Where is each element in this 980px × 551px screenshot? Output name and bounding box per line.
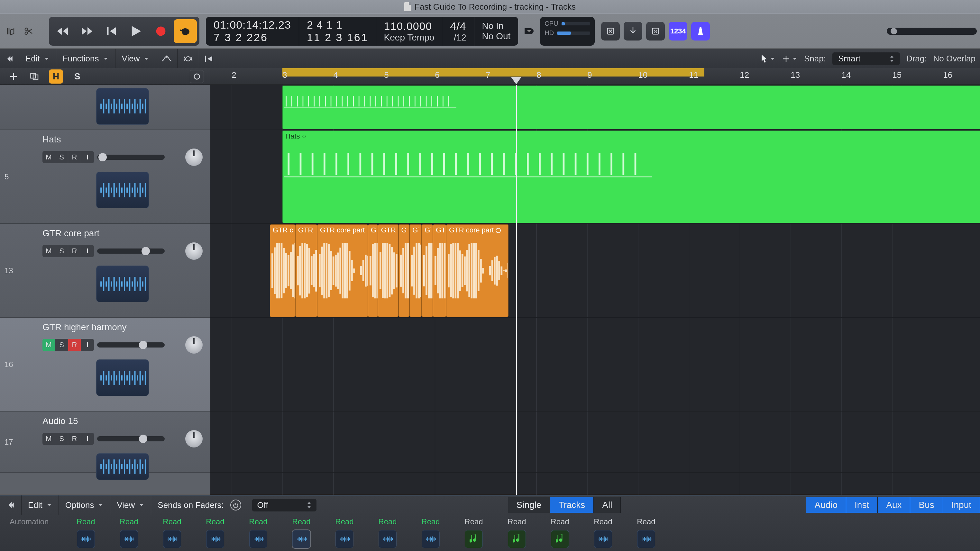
solo-button[interactable]: S: [55, 339, 68, 351]
pan-knob[interactable]: [185, 430, 203, 448]
mixer-filter-tab[interactable]: Input: [943, 497, 980, 513]
automation-mode[interactable]: Read: [249, 517, 267, 526]
audio-icon[interactable]: [594, 530, 612, 548]
automation-mode[interactable]: Read: [163, 517, 181, 526]
low-latency-button[interactable]: [624, 22, 642, 41]
tempo-mode[interactable]: Keep Tempo: [384, 32, 434, 43]
volume-slider[interactable]: [97, 342, 165, 348]
sends-select[interactable]: Off: [252, 499, 317, 511]
snap-value-select[interactable]: Smart: [832, 52, 900, 65]
automation-mode[interactable]: Read: [206, 517, 224, 526]
pointer-tool[interactable]: [760, 52, 776, 65]
automation-mode[interactable]: Read: [550, 517, 569, 526]
channel-strip[interactable]: Read: [625, 516, 668, 548]
record-enable-button[interactable]: R: [68, 245, 81, 257]
audio-region[interactable]: GTR co: [433, 224, 446, 317]
audio-region[interactable]: GTR core part: [446, 224, 509, 317]
track-name[interactable]: Hats: [43, 134, 203, 144]
automation-mode[interactable]: Read: [422, 517, 440, 526]
scissors-icon[interactable]: [21, 22, 36, 41]
track-header[interactable]: [0, 85, 210, 130]
mixer-view-tab[interactable]: Single: [508, 497, 550, 513]
play-button[interactable]: [125, 19, 148, 43]
channel-strip[interactable]: Read: [538, 516, 582, 548]
automation-curve-icon[interactable]: [156, 49, 178, 68]
tempo-value[interactable]: 110.0000: [384, 20, 434, 32]
channel-strip[interactable]: Read: [151, 516, 194, 548]
audio-icon[interactable]: [249, 530, 267, 548]
solo-button[interactable]: S: [55, 151, 68, 163]
master-volume-slider[interactable]: [887, 28, 977, 35]
count-in-button[interactable]: 1234: [669, 22, 687, 41]
global-rec-button[interactable]: [190, 70, 204, 83]
midi-in[interactable]: No In: [482, 21, 511, 31]
mixer-filter-tab[interactable]: Audio: [806, 497, 846, 513]
view-menu[interactable]: View: [116, 49, 156, 68]
back-hierarchy-button[interactable]: [0, 49, 19, 68]
pan-knob[interactable]: [185, 336, 203, 354]
mixer-filter-tab[interactable]: Aux: [878, 497, 910, 513]
go-to-start-button[interactable]: [100, 19, 124, 43]
audio-region[interactable]: GTR c: [409, 224, 422, 317]
volume-slider[interactable]: [97, 155, 165, 160]
add-track-button[interactable]: [6, 70, 21, 84]
audio-icon[interactable]: [422, 530, 440, 548]
midi-icon[interactable]: [508, 530, 526, 548]
track-name[interactable]: GTR core part: [43, 228, 203, 238]
playhead[interactable]: [516, 85, 517, 495]
track-header[interactable]: 5Hats M S R I: [0, 130, 210, 224]
track-icon[interactable]: [96, 88, 149, 125]
solo-button[interactable]: S: [55, 433, 68, 445]
record-enable-button[interactable]: R: [68, 433, 81, 445]
channel-strip[interactable]: Read: [107, 516, 151, 548]
channel-strip[interactable]: Read: [452, 516, 495, 548]
audio-icon[interactable]: [336, 530, 353, 548]
audio-icon[interactable]: [120, 530, 138, 548]
track-icon[interactable]: [96, 359, 149, 396]
audio-region[interactable]: GTR core p: [378, 224, 398, 317]
mixer-view-menu[interactable]: View: [110, 495, 151, 514]
alt-tool[interactable]: [782, 52, 798, 65]
beats-secondary[interactable]: 11 2 3 161: [307, 31, 368, 44]
channel-strip[interactable]: Read: [582, 516, 625, 548]
record-enable-button[interactable]: R: [68, 339, 81, 351]
mute-button[interactable]: M: [43, 151, 55, 163]
track-icon[interactable]: [96, 171, 149, 208]
audio-icon[interactable]: [637, 530, 655, 548]
track-icon[interactable]: [96, 265, 149, 302]
audio-region[interactable]: GTR core part: [270, 224, 295, 317]
rewind-button[interactable]: [51, 19, 75, 43]
mixer-back-button[interactable]: [0, 495, 22, 514]
solo-mode-button[interactable]: S: [646, 22, 665, 41]
channel-strip[interactable]: Read: [194, 516, 237, 548]
input-monitor-button[interactable]: I: [81, 245, 94, 257]
audio-region[interactable]: GTR: [422, 224, 433, 317]
forward-button[interactable]: [76, 19, 99, 43]
track-header[interactable]: 16GTR higher harmony M S R I: [0, 318, 210, 411]
record-enable-button[interactable]: R: [68, 151, 81, 163]
mixer-filter-tab[interactable]: Bus: [910, 497, 943, 513]
lcd-customize-dropdown[interactable]: [525, 28, 534, 34]
audio-icon[interactable]: [292, 530, 310, 548]
metronome-button[interactable]: [691, 22, 710, 41]
volume-slider[interactable]: [97, 248, 165, 254]
audio-icon[interactable]: [77, 530, 95, 548]
automation-mode[interactable]: Read: [594, 517, 612, 526]
audio-icon[interactable]: [206, 530, 224, 548]
automation-mode[interactable]: Read: [76, 517, 95, 526]
playhead-handle[interactable]: [511, 77, 521, 84]
mixer-options-menu[interactable]: Options: [59, 495, 111, 514]
automation-mode[interactable]: Read: [335, 517, 353, 526]
track-name[interactable]: Audio 15: [43, 416, 203, 426]
channel-strip[interactable]: Read: [237, 516, 280, 548]
track-lane[interactable]: [210, 411, 980, 473]
automation-mode[interactable]: Read: [378, 517, 396, 526]
channel-strip[interactable]: Read: [366, 516, 409, 548]
timecode-primary[interactable]: 01:00:14:12.23: [213, 19, 291, 31]
midi-icon[interactable]: [551, 530, 569, 548]
beats-primary[interactable]: 2 4 1 1: [307, 19, 368, 31]
track-header[interactable]: 17Audio 15 M S R I: [0, 411, 210, 473]
audio-region[interactable]: GTR core part: [317, 224, 368, 317]
automation-mode[interactable]: Read: [508, 517, 526, 526]
flex-icon[interactable]: [178, 49, 199, 68]
